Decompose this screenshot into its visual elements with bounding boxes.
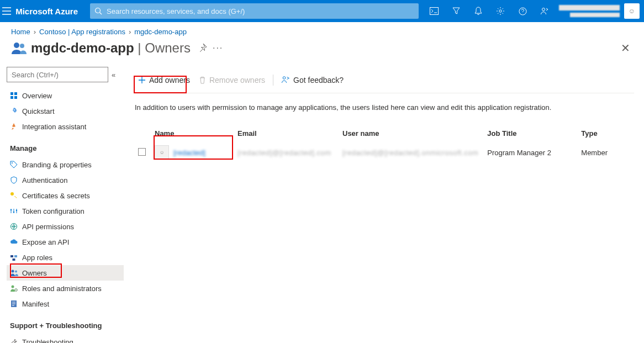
feedback-icon <box>281 76 290 84</box>
tag-icon <box>10 161 21 168</box>
svg-line-1 <box>100 13 102 15</box>
rocket-icon <box>10 107 21 115</box>
gear-icon <box>496 7 505 15</box>
owner-username: [redacted]@[redacted].onmicrosoft.com <box>342 149 478 157</box>
breadcrumb-sep: › <box>129 28 131 36</box>
help-icon <box>519 7 527 15</box>
rocket-alt-icon <box>10 123 21 130</box>
svg-point-14 <box>14 109 15 110</box>
feedback-person-icon <box>540 7 549 15</box>
sidebar-item-overview[interactable]: Overview <box>7 88 124 103</box>
feedback-button[interactable]: Got feedback? <box>277 71 348 89</box>
more-button[interactable]: ··· <box>213 43 223 53</box>
sidebar-item-expose-api[interactable]: Expose an API <box>7 234 124 250</box>
sidebar-item-authentication[interactable]: Authentication <box>7 172 124 188</box>
breadcrumb: Home › Contoso | App registrations › mgd… <box>0 22 644 39</box>
cloud-shell-button[interactable] <box>423 0 445 22</box>
header-icon-bar <box>423 0 556 22</box>
sidebar-item-app-roles[interactable]: App roles <box>7 250 124 265</box>
roles-icon <box>10 254 21 261</box>
add-owners-button[interactable]: Add owners <box>134 71 194 89</box>
owner-name-link[interactable]: [redacted] <box>173 149 205 157</box>
sidebar-item-certificates[interactable]: Certificates & secrets <box>7 188 124 203</box>
settings-button[interactable] <box>489 0 511 22</box>
help-button[interactable] <box>511 0 534 22</box>
sidebar-collapse-button[interactable]: « <box>112 71 115 79</box>
col-email[interactable]: Email <box>233 126 338 141</box>
sidebar-item-manifest[interactable]: Manifest <box>7 296 124 312</box>
people-icon <box>10 39 28 57</box>
sidebar-search[interactable] <box>7 67 108 82</box>
sidebar-section-support: Support + Troubleshooting <box>10 321 124 330</box>
feedback-button[interactable] <box>534 0 556 22</box>
wrench-icon <box>10 338 21 343</box>
description-text: In addition to users with permission to … <box>135 103 633 112</box>
table-row[interactable]: ☺ [redacted] [redacted]@[redacted].com [… <box>134 141 634 164</box>
sidebar-item-token-config[interactable]: Token configuration <box>7 203 124 219</box>
svg-point-0 <box>96 8 101 13</box>
main-content: Add owners Remove owners Got feedback? I… <box>124 67 644 343</box>
grid-icon <box>10 92 21 99</box>
avatar: ☺ <box>624 3 640 19</box>
svg-rect-23 <box>13 258 15 261</box>
account-text <box>559 5 620 17</box>
sidebar-item-owners[interactable]: Owners <box>7 265 124 281</box>
page-section: | Owners <box>134 40 191 56</box>
col-username[interactable]: User name <box>338 126 483 141</box>
svg-point-7 <box>20 44 24 48</box>
sidebar-item-branding[interactable]: Branding & properties <box>7 157 124 172</box>
global-search-wrap <box>86 0 423 22</box>
svg-rect-10 <box>10 92 13 95</box>
svg-point-6 <box>14 43 19 48</box>
svg-point-19 <box>16 210 17 211</box>
key-icon <box>10 192 21 199</box>
sliders-icon <box>10 207 21 215</box>
api-icon <box>10 223 21 230</box>
svg-rect-12 <box>10 96 13 99</box>
shield-icon <box>10 176 21 184</box>
brand-label[interactable]: Microsoft Azure <box>13 7 86 16</box>
sidebar: « Overview Quickstart Integration assist… <box>0 67 124 343</box>
bell-icon <box>474 7 482 15</box>
sidebar-item-quickstart[interactable]: Quickstart <box>7 103 124 119</box>
search-icon <box>94 7 102 15</box>
svg-point-15 <box>12 162 13 163</box>
svg-rect-13 <box>14 96 17 99</box>
breadcrumb-home[interactable]: Home <box>11 28 30 36</box>
svg-rect-21 <box>10 255 13 257</box>
toolbar-separator <box>273 75 273 86</box>
portal-header: Microsoft Azure ☺ <box>0 0 644 22</box>
admin-icon <box>10 284 21 292</box>
sidebar-item-roles-admins[interactable]: Roles and administrators <box>7 281 124 296</box>
global-search[interactable] <box>90 3 419 19</box>
col-name[interactable]: Name <box>150 126 233 141</box>
account-area[interactable]: ☺ <box>556 3 644 19</box>
svg-point-26 <box>12 286 14 288</box>
svg-point-3 <box>499 10 502 12</box>
owner-type: Member <box>581 149 608 157</box>
pin-button[interactable] <box>198 43 207 54</box>
col-type[interactable]: Type <box>577 126 634 141</box>
sidebar-search-input[interactable] <box>12 71 104 79</box>
directory-filter-button[interactable] <box>445 0 467 22</box>
hamburger-menu[interactable] <box>0 0 13 22</box>
svg-rect-2 <box>430 8 439 15</box>
notifications-button[interactable] <box>467 0 489 22</box>
sidebar-item-api-permissions[interactable]: API permissions <box>7 219 124 234</box>
breadcrumb-parent[interactable]: Contoso | App registrations <box>39 28 125 36</box>
svg-point-25 <box>15 271 17 273</box>
command-bar: Add owners Remove owners Got feedback? <box>134 67 634 93</box>
trash-icon <box>199 76 206 84</box>
user-avatar-icon: ☺ <box>155 145 169 160</box>
sidebar-item-integration-assistant[interactable]: Integration assistant <box>7 119 124 134</box>
breadcrumb-current[interactable]: mgdc-demo-app <box>134 28 187 36</box>
sidebar-item-troubleshooting[interactable]: Troubleshooting <box>7 334 124 343</box>
svg-point-30 <box>283 77 286 80</box>
global-search-input[interactable] <box>107 7 419 15</box>
manifest-icon <box>10 300 21 308</box>
pin-icon <box>198 43 207 52</box>
close-button[interactable]: ✕ <box>617 40 633 56</box>
row-checkbox[interactable] <box>138 148 146 156</box>
col-jobtitle[interactable]: Job Title <box>483 126 577 141</box>
svg-point-18 <box>13 212 14 213</box>
